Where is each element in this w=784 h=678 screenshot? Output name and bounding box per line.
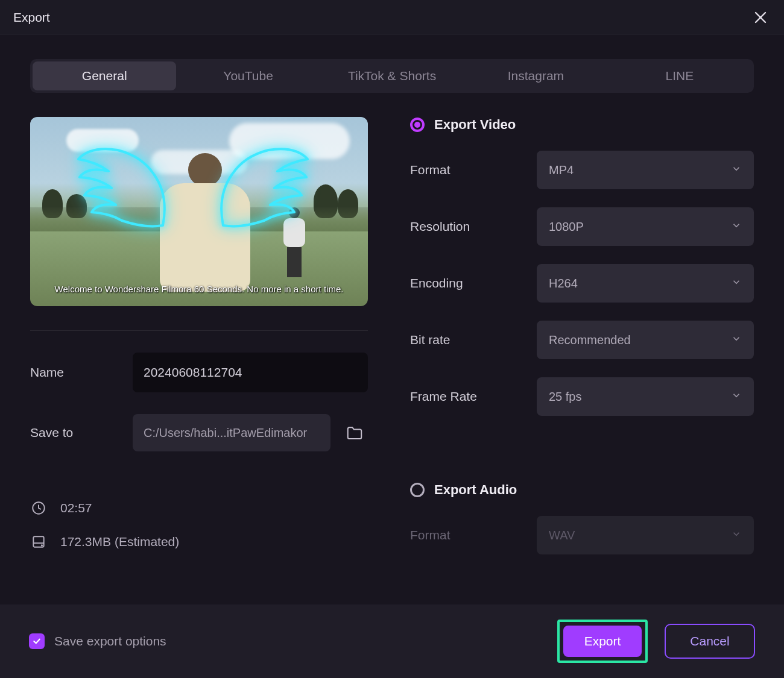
encoding-value: H264: [549, 277, 578, 290]
size-row: 172.3MB (Estimated): [30, 533, 368, 550]
audio-format-select: WAV: [537, 516, 754, 554]
footer-bar: Save export options Export Cancel: [0, 604, 784, 678]
export-tabs: General YouTube TikTok & Shorts Instagra…: [30, 59, 754, 93]
save-to-row: Save to C:/Users/habi...itPawEdimakor: [30, 414, 368, 451]
chevron-down-icon: [731, 277, 742, 290]
duration-value: 02:57: [60, 501, 92, 515]
encoding-select[interactable]: H264: [537, 264, 754, 303]
disk-icon: [30, 533, 47, 550]
save-to-path[interactable]: C:/Users/habi...itPawEdimakor: [133, 414, 330, 451]
format-value: MP4: [549, 163, 574, 177]
check-icon: [32, 636, 42, 646]
export-button-highlight: Export: [557, 620, 648, 663]
close-icon: [754, 11, 767, 24]
resolution-label: Resolution: [410, 219, 537, 234]
file-stats: 02:57 172.3MB (Estimated): [30, 500, 368, 550]
framerate-select[interactable]: 25 fps: [537, 377, 754, 416]
chevron-down-icon: [731, 163, 742, 177]
tab-youtube[interactable]: YouTube: [176, 61, 320, 90]
framerate-row: Frame Rate 25 fps: [410, 377, 754, 416]
folder-icon: [346, 424, 364, 442]
preview-caption: Welcome to Wondershare Filmora 60 Second…: [30, 284, 368, 294]
title-bar: Export: [0, 0, 784, 35]
tab-instagram[interactable]: Instagram: [464, 61, 607, 90]
export-audio-radio[interactable]: [410, 483, 425, 497]
save-options-checkbox[interactable]: [29, 633, 45, 649]
chevron-down-icon: [731, 529, 742, 542]
browse-folder-button[interactable]: [341, 419, 368, 446]
encoding-label: Encoding: [410, 276, 537, 290]
resolution-row: Resolution 1080P: [410, 207, 754, 246]
resolution-value: 1080P: [549, 220, 584, 234]
name-row: Name: [30, 353, 368, 392]
export-button[interactable]: Export: [563, 626, 642, 657]
chevron-down-icon: [731, 390, 742, 404]
bitrate-select[interactable]: Recommended: [537, 321, 754, 359]
name-label: Name: [30, 365, 133, 380]
framerate-label: Frame Rate: [410, 389, 537, 404]
format-row: Format MP4: [410, 151, 754, 189]
clock-icon: [30, 500, 47, 516]
export-audio-heading: Export Audio: [434, 482, 517, 498]
resolution-select[interactable]: 1080P: [537, 207, 754, 246]
bitrate-label: Bit rate: [410, 333, 537, 347]
tab-line[interactable]: LINE: [608, 61, 751, 90]
tab-tiktok-shorts[interactable]: TikTok & Shorts: [320, 61, 464, 90]
save-options-label: Save export options: [54, 634, 166, 648]
chevron-down-icon: [731, 333, 742, 347]
export-video-header: Export Video: [410, 117, 754, 133]
audio-format-row: Format WAV: [410, 516, 754, 554]
audio-format-label: Format: [410, 528, 537, 542]
content-area: General YouTube TikTok & Shorts Instagra…: [0, 35, 784, 585]
format-select[interactable]: MP4: [537, 151, 754, 189]
chevron-down-icon: [731, 220, 742, 234]
save-to-label: Save to: [30, 425, 133, 440]
svg-point-4: [42, 545, 42, 545]
size-value: 172.3MB (Estimated): [60, 535, 179, 549]
format-label: Format: [410, 163, 537, 177]
bitrate-value: Recommended: [549, 333, 631, 347]
audio-format-value: WAV: [549, 529, 575, 542]
framerate-value: 25 fps: [549, 390, 581, 404]
cancel-button[interactable]: Cancel: [665, 624, 755, 659]
encoding-row: Encoding H264: [410, 264, 754, 303]
export-audio-header: Export Audio: [410, 482, 754, 498]
window-title: Export: [13, 10, 50, 25]
export-video-heading: Export Video: [434, 117, 516, 133]
close-button[interactable]: [750, 7, 771, 28]
export-video-radio[interactable]: [410, 118, 425, 132]
bitrate-row: Bit rate Recommended: [410, 321, 754, 359]
tab-general[interactable]: General: [33, 61, 176, 90]
duration-row: 02:57: [30, 500, 368, 516]
name-input[interactable]: [133, 353, 368, 392]
video-preview: Welcome to Wondershare Filmora 60 Second…: [30, 117, 368, 306]
